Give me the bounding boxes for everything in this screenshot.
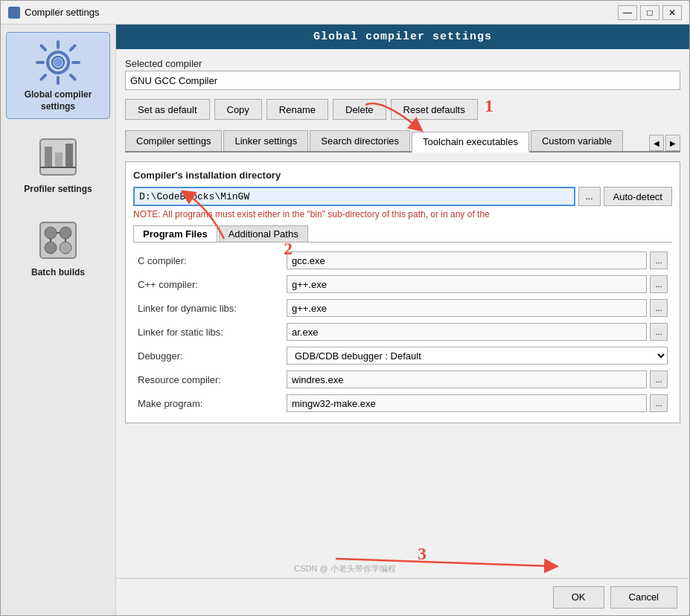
table-row: C++ compiler:... bbox=[133, 272, 672, 296]
svg-point-1 bbox=[54, 58, 63, 67]
table-row: C compiler:... bbox=[133, 248, 672, 272]
field-input-5[interactable] bbox=[287, 370, 647, 388]
batch-builds-icon bbox=[34, 216, 82, 264]
field-input-3[interactable] bbox=[287, 323, 647, 341]
tab-scroll-right[interactable]: ▶ bbox=[665, 135, 680, 151]
panel-body: Selected compiler GNU GCC Compiler Set a… bbox=[116, 49, 689, 578]
sub-tab-program-files[interactable]: Program Files bbox=[133, 225, 217, 242]
compiler-settings-window: Compiler settings — □ ✕ bbox=[0, 0, 690, 616]
profiler-icon bbox=[34, 133, 82, 181]
panel-header: Global compiler settings bbox=[116, 25, 689, 49]
field-label-2: Linker for dynamic libs: bbox=[133, 296, 282, 320]
field-input-2[interactable] bbox=[287, 299, 647, 317]
svg-point-20 bbox=[60, 242, 71, 254]
minimize-button[interactable]: — bbox=[618, 5, 637, 20]
field-label-5: Resource compiler: bbox=[133, 368, 282, 391]
copy-button[interactable]: Copy bbox=[214, 99, 262, 120]
delete-button[interactable]: Delete bbox=[333, 99, 386, 120]
field-value-3: ... bbox=[282, 320, 672, 344]
title-bar-controls: — □ ✕ bbox=[618, 5, 682, 20]
install-dir-row: ... Auto-detect bbox=[133, 187, 672, 206]
table-row: Linker for static libs:... bbox=[133, 320, 672, 344]
field-browse-0[interactable]: ... bbox=[650, 251, 668, 269]
note-text: NOTE: All programs must exist either in … bbox=[133, 209, 672, 219]
svg-rect-16 bbox=[40, 222, 76, 258]
cancel-button[interactable]: Cancel bbox=[610, 586, 677, 609]
field-value-4: GDB/CDB debugger : Default bbox=[282, 344, 672, 368]
table-row: Linker for dynamic libs:... bbox=[133, 296, 672, 320]
close-button[interactable]: ✕ bbox=[662, 5, 682, 20]
main-panel: Global compiler settings Selected compil… bbox=[116, 25, 689, 615]
global-compiler-icon bbox=[34, 39, 82, 86]
tab-toolchain-executables[interactable]: Toolchain executables bbox=[412, 132, 529, 153]
svg-rect-14 bbox=[66, 144, 73, 167]
reset-defaults-button[interactable]: Reset defaults bbox=[391, 99, 478, 120]
app-icon bbox=[8, 7, 20, 19]
field-browse-3[interactable]: ... bbox=[650, 323, 668, 341]
field-input-1[interactable] bbox=[287, 275, 647, 293]
field-browse-6[interactable]: ... bbox=[650, 394, 668, 412]
profiler-label: Profiler settings bbox=[24, 184, 92, 196]
tab-linker-settings[interactable]: Linker settings bbox=[223, 130, 308, 151]
svg-point-17 bbox=[45, 227, 57, 239]
svg-line-9 bbox=[41, 75, 45, 80]
panel-title: Global compiler settings bbox=[313, 31, 492, 43]
field-browse-1[interactable]: ... bbox=[650, 275, 668, 293]
svg-rect-13 bbox=[55, 153, 63, 167]
content-area: Global compiler settings Profiler settin… bbox=[1, 25, 689, 615]
sub-tab-bar: Program Files Additional Paths bbox=[133, 225, 672, 243]
global-compiler-label: Global compiler settings bbox=[11, 89, 105, 112]
field-value-6: ... bbox=[282, 391, 672, 415]
tab-scroll-buttons: ◀ ▶ bbox=[649, 135, 680, 151]
window-title: Compiler settings bbox=[25, 7, 99, 18]
bottom-bar: OK Cancel bbox=[116, 578, 689, 615]
compiler-select[interactable]: GNU GCC Compiler bbox=[125, 71, 680, 90]
field-label-3: Linker for static libs: bbox=[133, 320, 282, 344]
field-input-6[interactable] bbox=[287, 394, 647, 412]
field-select-4[interactable]: GDB/CDB debugger : Default bbox=[287, 347, 668, 365]
rename-button[interactable]: Rename bbox=[266, 99, 328, 120]
ok-button[interactable]: OK bbox=[553, 586, 604, 609]
field-value-5: ... bbox=[282, 368, 672, 391]
svg-line-6 bbox=[41, 45, 45, 50]
maximize-button[interactable]: □ bbox=[640, 5, 659, 20]
field-value-0: ... bbox=[282, 248, 672, 272]
tab-search-directories[interactable]: Search directories bbox=[310, 130, 410, 151]
svg-line-7 bbox=[71, 75, 75, 80]
svg-point-18 bbox=[60, 227, 71, 239]
sidebar-item-global-compiler[interactable]: Global compiler settings bbox=[6, 32, 110, 119]
tab-scroll-left[interactable]: ◀ bbox=[649, 135, 664, 151]
installation-section-title: Compiler's installation directory bbox=[133, 170, 672, 181]
table-row: Make program:... bbox=[133, 391, 672, 415]
field-browse-5[interactable]: ... bbox=[650, 370, 668, 388]
tab-custom-variable[interactable]: Custom variable bbox=[531, 130, 623, 151]
browse-button[interactable]: ... bbox=[578, 187, 601, 206]
title-bar: Compiler settings — □ ✕ bbox=[1, 1, 689, 25]
field-value-1: ... bbox=[282, 272, 672, 296]
field-label-4: Debugger: bbox=[133, 344, 282, 368]
sidebar: Global compiler settings Profiler settin… bbox=[1, 25, 116, 615]
set-default-button[interactable]: Set as default bbox=[125, 99, 210, 120]
field-label-0: C compiler: bbox=[133, 248, 282, 272]
main-tab-bar: Compiler settings Linker settings Search… bbox=[125, 130, 680, 153]
field-label-6: Make program: bbox=[133, 391, 282, 415]
toolbar-button-row: Set as default Copy Rename Delete Reset … bbox=[125, 99, 680, 120]
selected-compiler-label: Selected compiler bbox=[125, 58, 680, 69]
svg-line-8 bbox=[71, 45, 75, 50]
field-browse-2[interactable]: ... bbox=[650, 299, 668, 317]
sidebar-item-profiler[interactable]: Profiler settings bbox=[6, 126, 110, 202]
install-dir-input[interactable] bbox=[133, 187, 575, 206]
field-value-2: ... bbox=[282, 296, 672, 320]
field-input-0[interactable] bbox=[287, 251, 647, 269]
program-files-table: C compiler:...C++ compiler:...Linker for… bbox=[133, 248, 672, 415]
sub-tab-additional-paths[interactable]: Additional Paths bbox=[219, 225, 308, 242]
title-bar-left: Compiler settings bbox=[8, 7, 99, 19]
compiler-select-row: GNU GCC Compiler bbox=[125, 71, 680, 90]
autodetect-button[interactable]: Auto-detect bbox=[604, 187, 673, 206]
svg-rect-12 bbox=[45, 147, 52, 167]
sidebar-item-batch-builds[interactable]: Batch builds bbox=[6, 210, 110, 286]
batch-builds-label: Batch builds bbox=[31, 267, 85, 279]
table-row: Resource compiler:... bbox=[133, 368, 672, 391]
svg-point-19 bbox=[45, 242, 57, 254]
tab-compiler-settings[interactable]: Compiler settings bbox=[125, 130, 222, 151]
